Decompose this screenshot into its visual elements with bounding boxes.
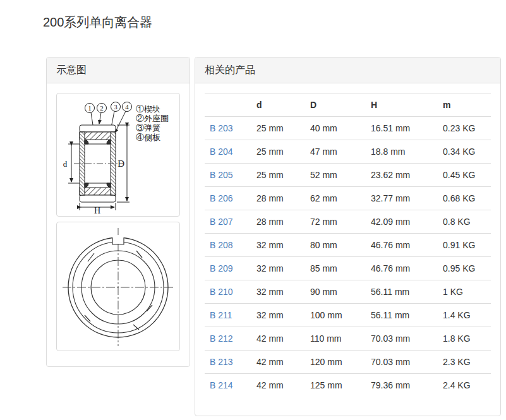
table-cell: B 211 xyxy=(205,304,251,327)
table-cell: 70.03 mm xyxy=(366,351,438,374)
table-cell: B 214 xyxy=(205,374,251,397)
table-cell: 25 mm xyxy=(251,164,305,187)
table-cell: B 213 xyxy=(205,351,251,374)
product-table-body: B 20325 mm40 mm16.51 mm0.23 KGB 20425 mm… xyxy=(205,117,491,397)
table-cell: 40 mm xyxy=(305,117,366,140)
table-cell: 1 KG xyxy=(438,280,491,304)
table-cell: 1.4 KG xyxy=(438,304,491,327)
product-link[interactable]: B 214 xyxy=(210,380,233,390)
schematic-panel-heading: 示意图 xyxy=(47,57,190,83)
col-header-model xyxy=(205,93,251,117)
table-cell: 32 mm xyxy=(251,304,305,327)
cross-section-diagram: 1 2 3 4 ①楔块 ②外座圈 ③弹簧 ④侧板 xyxy=(59,95,178,214)
table-cell: 0.23 KG xyxy=(438,117,491,140)
table-cell: B 208 xyxy=(205,234,251,257)
table-row: B 20728 mm72 mm42.09 mm0.8 KG xyxy=(205,210,491,234)
legend-item-2: ②外座圈 xyxy=(136,114,169,123)
product-link[interactable]: B 211 xyxy=(210,310,232,320)
product-link[interactable]: B 208 xyxy=(210,240,233,250)
table-cell: B 206 xyxy=(205,187,251,210)
table-row: B 20425 mm47 mm18.8 mm0.34 KG xyxy=(205,140,491,164)
table-cell: 0.34 KG xyxy=(438,140,491,164)
table-cell: 120 mm xyxy=(305,351,366,374)
table-cell: 25 mm xyxy=(251,140,305,164)
table-row: B 21242 mm110 mm70.03 mm1.8 KG xyxy=(205,327,491,351)
table-cell: 85 mm xyxy=(305,257,366,280)
front-view-thumbnail xyxy=(56,222,180,351)
table-cell: 42 mm xyxy=(251,351,305,374)
table-cell: B 212 xyxy=(205,327,251,351)
table-row: B 21032 mm90 mm56.11 mm1 KG xyxy=(205,280,491,304)
table-cell: 56.11 mm xyxy=(366,304,438,327)
table-cell: 70.03 mm xyxy=(366,327,438,351)
table-cell: B 209 xyxy=(205,257,251,280)
table-cell: 90 mm xyxy=(305,280,366,304)
cross-section-legend: ①楔块 ②外座圈 ③弹簧 ④侧板 xyxy=(136,104,169,142)
products-panel-heading: 相关的产品 xyxy=(195,57,500,83)
table-cell: 72 mm xyxy=(305,210,366,234)
table-cell: 28 mm xyxy=(251,210,305,234)
table-row: B 20525 mm52 mm23.62 mm0.45 KG xyxy=(205,164,491,187)
table-cell: 42.09 mm xyxy=(366,210,438,234)
legend-item-4: ④侧板 xyxy=(136,133,160,142)
table-cell: B 203 xyxy=(205,117,251,140)
product-link[interactable]: B 207 xyxy=(210,217,233,227)
table-cell: 1.8 KG xyxy=(438,327,491,351)
table-cell: 56.11 mm xyxy=(366,280,438,304)
table-cell: 32.77 mm xyxy=(366,187,438,210)
table-cell: B 204 xyxy=(205,140,251,164)
table-cell: 0.95 KG xyxy=(438,257,491,280)
product-link[interactable]: B 213 xyxy=(210,357,233,367)
col-header-D: D xyxy=(305,93,366,117)
table-cell: 2.4 KG xyxy=(438,374,491,397)
table-cell: B 207 xyxy=(205,210,251,234)
dimension-H: H xyxy=(80,203,116,214)
crosshair-lines xyxy=(63,228,174,346)
table-cell: 110 mm xyxy=(305,327,366,351)
product-link[interactable]: B 203 xyxy=(210,123,233,133)
table-cell: 16.51 mm xyxy=(366,117,438,140)
schematic-panel: 示意图 xyxy=(46,57,190,367)
callout-2: 2 xyxy=(100,104,104,112)
table-cell: 52 mm xyxy=(305,164,366,187)
table-cell: 0.45 KG xyxy=(438,164,491,187)
table-cell: 80 mm xyxy=(305,234,366,257)
table-cell: 2.3 KG xyxy=(438,351,491,374)
table-cell: 125 mm xyxy=(305,374,366,397)
dim-label-H: H xyxy=(94,206,100,214)
table-cell: 100 mm xyxy=(305,304,366,327)
product-link[interactable]: B 204 xyxy=(210,147,233,157)
table-row: B 20832 mm80 mm46.76 mm0.91 KG xyxy=(205,234,491,257)
table-row: B 20325 mm40 mm16.51 mm0.23 KG xyxy=(205,117,491,140)
dim-label-d: d xyxy=(63,159,68,169)
schematic-panel-body: 1 2 3 4 ①楔块 ②外座圈 ③弹簧 ④侧板 xyxy=(47,83,190,366)
table-cell: 32 mm xyxy=(251,234,305,257)
table-cell: 79.36 mm xyxy=(366,374,438,397)
legend-item-1: ①楔块 xyxy=(136,104,160,114)
table-row: B 20932 mm85 mm46.76 mm0.95 KG xyxy=(205,257,491,280)
page-title: 200系列单向离合器 xyxy=(43,14,152,31)
product-link[interactable]: B 205 xyxy=(210,170,233,180)
product-link[interactable]: B 210 xyxy=(210,287,233,297)
table-cell: 23.62 mm xyxy=(366,164,438,187)
table-header-row: d D H m xyxy=(205,93,491,117)
product-link[interactable]: B 206 xyxy=(210,193,233,203)
table-cell: 42 mm xyxy=(251,327,305,351)
product-link[interactable]: B 212 xyxy=(210,333,233,344)
table-cell: 0.91 KG xyxy=(438,234,491,257)
callout-1: 1 xyxy=(88,104,92,112)
callout-3: 3 xyxy=(114,103,117,111)
table-row: B 20628 mm62 mm32.77 mm0.68 KG xyxy=(205,187,491,210)
col-header-m: m xyxy=(438,93,491,117)
product-link[interactable]: B 209 xyxy=(210,263,233,273)
table-cell: 0.8 KG xyxy=(438,210,491,234)
table-cell: B 205 xyxy=(205,164,251,187)
legend-item-3: ③弹簧 xyxy=(136,123,160,133)
table-cell: 28 mm xyxy=(251,187,305,210)
table-cell: 62 mm xyxy=(305,187,366,210)
products-panel: 相关的产品 d D H m B 20325 mm40 mm16.51 mm0.2… xyxy=(195,57,501,416)
table-cell: B 210 xyxy=(205,280,251,304)
callout-numbers: 1 2 3 4 xyxy=(85,102,132,113)
col-header-H: H xyxy=(366,93,438,117)
table-cell: 0.68 KG xyxy=(438,187,491,210)
